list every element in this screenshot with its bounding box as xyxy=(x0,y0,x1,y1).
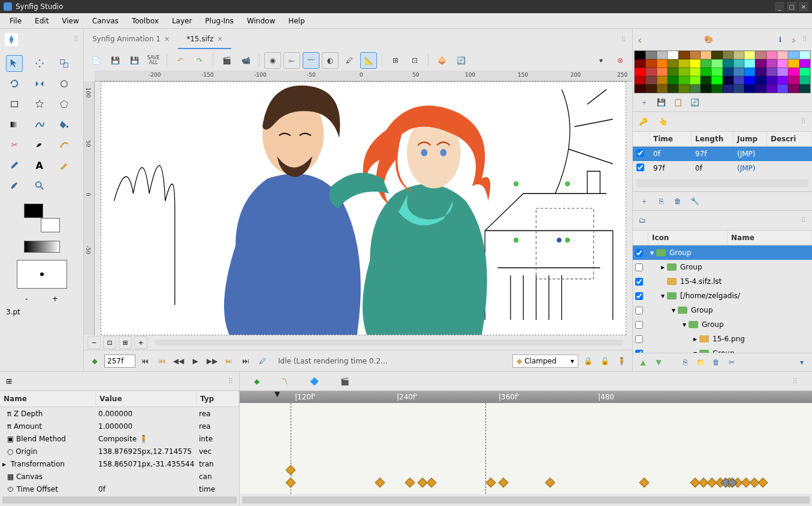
canvas-viewport[interactable] xyxy=(95,81,632,335)
palette-swatch[interactable] xyxy=(701,59,711,68)
param-row[interactable]: πZ Depth0.000000rea xyxy=(0,407,239,420)
menu-help[interactable]: Help xyxy=(282,15,310,27)
palette-swatch[interactable] xyxy=(645,59,656,68)
palette-reset-icon[interactable]: 🔄 xyxy=(689,97,700,108)
palette-swatch[interactable] xyxy=(657,84,668,93)
keyframe-duplicate-icon[interactable]: ⎘ xyxy=(656,196,666,207)
refresh-icon[interactable]: 🔄 xyxy=(452,52,469,69)
palette-swatch[interactable] xyxy=(788,51,799,59)
palette-swatch[interactable] xyxy=(766,59,777,68)
keyframe-diamond[interactable] xyxy=(499,478,509,488)
palette-add-icon[interactable]: ＋ xyxy=(639,97,650,108)
palette-swatch[interactable] xyxy=(701,84,711,93)
palette-swatch[interactable] xyxy=(723,84,733,93)
text-tool[interactable]: A xyxy=(31,157,48,174)
onion-skin-icon[interactable]: 🖊 xyxy=(341,52,358,69)
menu-canvas[interactable]: Canvas xyxy=(86,15,125,27)
seek-start-icon[interactable]: ⏮ xyxy=(138,354,152,368)
width-tool[interactable] xyxy=(56,137,73,153)
layers-tab-icon[interactable]: 🗂 xyxy=(639,216,646,225)
layer-row[interactable]: ▾Group xyxy=(633,317,812,332)
palette-swatch[interactable] xyxy=(799,59,810,68)
seek-prev-kf-icon[interactable]: ⏮ xyxy=(155,354,169,368)
layer-visible-checkbox[interactable] xyxy=(635,263,643,271)
palette-swatch[interactable] xyxy=(678,51,689,59)
transform-handle[interactable] xyxy=(565,238,570,243)
params-tab-icon[interactable]: ⊞ xyxy=(6,377,12,386)
palette-swatch[interactable] xyxy=(668,84,678,93)
palette-swatch[interactable] xyxy=(711,59,722,68)
keyframe-lock-icon[interactable]: 🔒 xyxy=(581,354,595,368)
palette-save-icon[interactable]: 💾 xyxy=(656,97,666,108)
layer-delete-icon[interactable]: 🗑 xyxy=(711,357,722,368)
document-tab-1[interactable]: Synfig Animation 1✕ xyxy=(84,30,178,49)
palette-swatch[interactable] xyxy=(777,84,788,93)
keyframe-remove-icon[interactable]: 🗑 xyxy=(672,196,683,207)
onion-preset-2[interactable]: ⟜ xyxy=(283,52,300,69)
save-as-icon[interactable]: 💾 xyxy=(126,52,143,69)
palette-swatch[interactable] xyxy=(711,68,722,76)
palette-swatch[interactable] xyxy=(755,84,766,93)
param-row[interactable]: ▦Canvascan xyxy=(0,470,239,483)
layer-visible-checkbox[interactable] xyxy=(635,335,643,343)
window-maximize-button[interactable]: ▢ xyxy=(787,2,796,11)
palette-swatch[interactable] xyxy=(788,76,799,84)
metadata-tab-icon[interactable]: 🎬 xyxy=(340,377,349,386)
palette-swatch[interactable] xyxy=(777,68,788,76)
onion-preset-4[interactable]: ◐ xyxy=(322,52,339,69)
keyframes-tab-icon[interactable]: 🔑 xyxy=(639,117,648,126)
palette-swatch[interactable] xyxy=(690,76,701,84)
layer-lower-icon[interactable]: ▼ xyxy=(653,357,664,368)
palette-swatch[interactable] xyxy=(744,59,755,68)
rectangle-tool[interactable] xyxy=(6,96,23,113)
palette-swatch[interactable] xyxy=(788,59,799,68)
palette-swatch[interactable] xyxy=(799,84,810,93)
keyframe-diamond[interactable] xyxy=(405,478,415,488)
layer-visible-checkbox[interactable] xyxy=(635,321,643,329)
eyedrop-tool[interactable] xyxy=(6,157,23,174)
timetrack-ruler[interactable]: |120f' |240f' |360f' |480 ▼ xyxy=(240,391,812,403)
palette-swatch[interactable] xyxy=(678,76,689,84)
star-tool[interactable] xyxy=(31,96,48,113)
play-icon[interactable]: ▶ xyxy=(188,354,203,368)
palette-swatch[interactable] xyxy=(755,51,766,59)
palette-swatch[interactable] xyxy=(635,68,645,76)
seek-end-icon[interactable]: ⏭ xyxy=(239,354,253,368)
palette-swatch[interactable] xyxy=(755,76,766,84)
layer-row[interactable]: ▾Group xyxy=(633,246,812,260)
origin-handle[interactable] xyxy=(557,238,562,243)
draw-tool[interactable] xyxy=(31,137,48,153)
palette-swatch[interactable] xyxy=(723,76,733,84)
brush-increase-button[interactable]: + xyxy=(52,295,58,303)
palette-swatch[interactable] xyxy=(766,76,777,84)
zoom-in-button[interactable]: + xyxy=(134,336,147,349)
onion-preset-1[interactable]: ◉ xyxy=(264,52,281,69)
keyframe-diamond[interactable] xyxy=(375,478,385,488)
layer-row[interactable]: ▾[/home/zelgadis/ xyxy=(633,289,812,303)
palette-swatch[interactable] xyxy=(690,84,701,93)
menu-window[interactable]: Window xyxy=(241,15,281,27)
palette-swatch[interactable] xyxy=(711,76,722,84)
dock-handle-icon[interactable]: ⠿ xyxy=(73,35,79,44)
cutout-tool[interactable]: ✂ xyxy=(6,137,23,153)
palette-swatch[interactable] xyxy=(635,84,645,93)
palette-swatch[interactable] xyxy=(678,68,689,76)
palette-swatch[interactable] xyxy=(788,68,799,76)
palette-swatch[interactable] xyxy=(755,59,766,68)
zoom-out-button[interactable]: − xyxy=(87,336,101,349)
palette-swatch[interactable] xyxy=(766,68,777,76)
keyframe-add-icon[interactable]: ＋ xyxy=(639,196,650,207)
keyframe-diamond[interactable] xyxy=(639,478,649,488)
new-file-icon[interactable]: 📄 xyxy=(87,52,104,69)
keyframe-diamond[interactable] xyxy=(545,478,556,488)
palette-swatch[interactable] xyxy=(777,51,788,59)
gradient-swatch[interactable] xyxy=(24,241,60,253)
layer-raise-icon[interactable]: ▲ xyxy=(638,357,648,368)
palette-swatch[interactable] xyxy=(799,68,810,76)
keyframe-diamond[interactable] xyxy=(426,478,436,488)
layer-menu-icon[interactable]: ▾ xyxy=(796,357,807,368)
palette-swatch[interactable] xyxy=(657,76,668,84)
preview-icon[interactable]: 📹 xyxy=(237,52,254,69)
palette-swatch[interactable] xyxy=(668,59,678,68)
params-scrollbar[interactable] xyxy=(2,496,237,504)
